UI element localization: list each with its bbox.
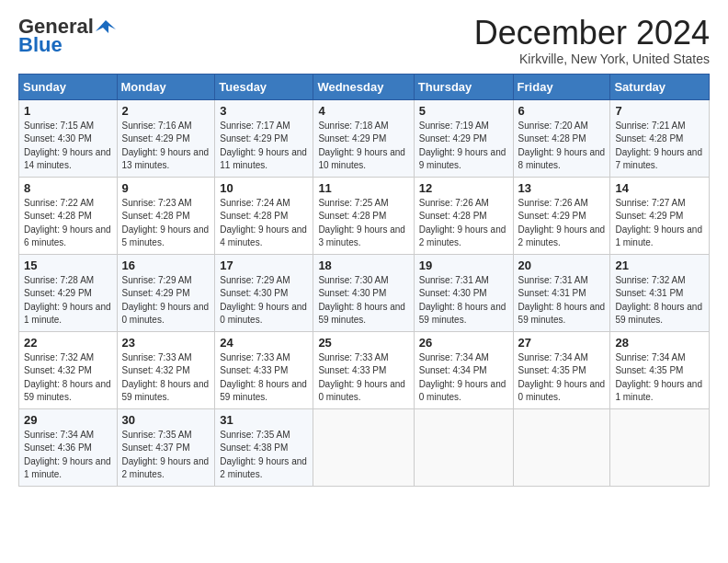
- calendar-week-row: 15 Sunrise: 7:28 AM Sunset: 4:29 PM Dayl…: [19, 254, 710, 331]
- cell-content: Sunrise: 7:25 AM Sunset: 4:28 PM Dayligh…: [318, 197, 408, 250]
- day-number: 6: [518, 104, 606, 118]
- calendar-cell: 13 Sunrise: 7:26 AM Sunset: 4:29 PM Dayl…: [513, 177, 610, 254]
- calendar-cell: 31 Sunrise: 7:35 AM Sunset: 4:38 PM Dayl…: [215, 408, 313, 486]
- calendar-cell: 12 Sunrise: 7:26 AM Sunset: 4:28 PM Dayl…: [414, 177, 513, 254]
- calendar-cell: 7 Sunrise: 7:21 AM Sunset: 4:28 PM Dayli…: [610, 99, 710, 177]
- day-number: 23: [122, 336, 210, 350]
- day-header-wednesday: Wednesday: [313, 74, 414, 99]
- cell-content: Sunrise: 7:35 AM Sunset: 4:38 PM Dayligh…: [220, 429, 308, 482]
- cell-content: Sunrise: 7:29 AM Sunset: 4:29 PM Dayligh…: [122, 274, 210, 327]
- cell-content: Sunrise: 7:21 AM Sunset: 4:28 PM Dayligh…: [615, 120, 704, 173]
- logo-blue-text: Blue: [18, 33, 63, 57]
- logo: General Blue: [18, 15, 116, 57]
- day-header-friday: Friday: [513, 74, 610, 99]
- calendar-cell: 19 Sunrise: 7:31 AM Sunset: 4:30 PM Dayl…: [414, 254, 513, 331]
- cell-content: Sunrise: 7:24 AM Sunset: 4:28 PM Dayligh…: [220, 197, 308, 250]
- calendar-cell: 25 Sunrise: 7:33 AM Sunset: 4:33 PM Dayl…: [313, 331, 414, 408]
- day-number: 10: [220, 181, 308, 195]
- cell-content: Sunrise: 7:35 AM Sunset: 4:37 PM Dayligh…: [122, 429, 210, 482]
- cell-content: Sunrise: 7:34 AM Sunset: 4:34 PM Dayligh…: [419, 351, 508, 405]
- cell-content: Sunrise: 7:32 AM Sunset: 4:32 PM Dayligh…: [24, 351, 112, 405]
- calendar-cell: 11 Sunrise: 7:25 AM Sunset: 4:28 PM Dayl…: [313, 177, 414, 254]
- cell-content: Sunrise: 7:31 AM Sunset: 4:31 PM Dayligh…: [518, 274, 606, 327]
- cell-content: Sunrise: 7:28 AM Sunset: 4:29 PM Dayligh…: [24, 274, 112, 327]
- calendar-cell: 4 Sunrise: 7:18 AM Sunset: 4:29 PM Dayli…: [313, 99, 414, 177]
- calendar-week-row: 29 Sunrise: 7:34 AM Sunset: 4:36 PM Dayl…: [19, 408, 710, 486]
- cell-content: Sunrise: 7:18 AM Sunset: 4:29 PM Dayligh…: [318, 120, 408, 173]
- calendar-cell: 21 Sunrise: 7:32 AM Sunset: 4:31 PM Dayl…: [610, 254, 710, 331]
- day-number: 27: [518, 336, 606, 350]
- calendar-cell: 17 Sunrise: 7:29 AM Sunset: 4:30 PM Dayl…: [215, 254, 313, 331]
- calendar-cell: 22 Sunrise: 7:32 AM Sunset: 4:32 PM Dayl…: [19, 331, 118, 408]
- cell-content: Sunrise: 7:31 AM Sunset: 4:30 PM Dayligh…: [419, 274, 508, 327]
- day-number: 16: [122, 259, 210, 272]
- cell-content: Sunrise: 7:34 AM Sunset: 4:35 PM Dayligh…: [518, 351, 606, 405]
- location-text: Kirkville, New York, United States: [474, 52, 710, 66]
- calendar-cell: 27 Sunrise: 7:34 AM Sunset: 4:35 PM Dayl…: [513, 331, 610, 408]
- cell-content: Sunrise: 7:20 AM Sunset: 4:28 PM Dayligh…: [518, 120, 606, 173]
- cell-content: Sunrise: 7:30 AM Sunset: 4:30 PM Dayligh…: [318, 274, 408, 327]
- calendar-cell: 28 Sunrise: 7:34 AM Sunset: 4:35 PM Dayl…: [610, 331, 710, 408]
- day-number: 31: [220, 413, 308, 427]
- day-number: 18: [318, 259, 408, 272]
- day-number: 29: [24, 413, 112, 427]
- day-number: 24: [220, 336, 308, 350]
- cell-content: Sunrise: 7:29 AM Sunset: 4:30 PM Dayligh…: [220, 274, 308, 327]
- day-number: 19: [419, 259, 508, 272]
- day-number: 25: [318, 336, 408, 350]
- day-number: 30: [122, 413, 210, 427]
- day-header-sunday: Sunday: [19, 74, 118, 99]
- day-number: 22: [24, 336, 112, 350]
- calendar-cell: 9 Sunrise: 7:23 AM Sunset: 4:28 PM Dayli…: [117, 177, 215, 254]
- calendar-cell: 24 Sunrise: 7:33 AM Sunset: 4:33 PM Dayl…: [215, 331, 313, 408]
- cell-content: Sunrise: 7:32 AM Sunset: 4:31 PM Dayligh…: [615, 274, 704, 327]
- day-number: 14: [615, 181, 704, 195]
- calendar-cell: 16 Sunrise: 7:29 AM Sunset: 4:29 PM Dayl…: [117, 254, 215, 331]
- cell-content: Sunrise: 7:19 AM Sunset: 4:29 PM Dayligh…: [419, 120, 508, 173]
- cell-content: Sunrise: 7:33 AM Sunset: 4:33 PM Dayligh…: [220, 351, 308, 405]
- calendar-week-row: 1 Sunrise: 7:15 AM Sunset: 4:30 PM Dayli…: [19, 99, 710, 177]
- calendar-week-row: 8 Sunrise: 7:22 AM Sunset: 4:28 PM Dayli…: [19, 177, 710, 254]
- day-header-thursday: Thursday: [414, 74, 513, 99]
- day-number: 5: [419, 104, 508, 118]
- calendar-cell: 23 Sunrise: 7:33 AM Sunset: 4:32 PM Dayl…: [117, 331, 215, 408]
- calendar-cell: [313, 408, 414, 486]
- title-block: December 2024 Kirkville, New York, Unite…: [474, 15, 710, 66]
- day-header-tuesday: Tuesday: [215, 74, 313, 99]
- calendar-cell: 30 Sunrise: 7:35 AM Sunset: 4:37 PM Dayl…: [117, 408, 215, 486]
- cell-content: Sunrise: 7:27 AM Sunset: 4:29 PM Dayligh…: [615, 197, 704, 250]
- calendar-cell: 3 Sunrise: 7:17 AM Sunset: 4:29 PM Dayli…: [215, 99, 313, 177]
- page-header: General Blue December 2024 Kirkville, Ne…: [18, 15, 710, 66]
- cell-content: Sunrise: 7:33 AM Sunset: 4:32 PM Dayligh…: [122, 351, 210, 405]
- calendar-cell: [610, 408, 710, 486]
- calendar-cell: 20 Sunrise: 7:31 AM Sunset: 4:31 PM Dayl…: [513, 254, 610, 331]
- day-number: 28: [615, 336, 704, 350]
- day-number: 13: [518, 181, 606, 195]
- cell-content: Sunrise: 7:17 AM Sunset: 4:29 PM Dayligh…: [220, 120, 308, 173]
- day-number: 15: [24, 259, 112, 272]
- svg-marker-0: [96, 20, 116, 33]
- calendar-cell: 18 Sunrise: 7:30 AM Sunset: 4:30 PM Dayl…: [313, 254, 414, 331]
- cell-content: Sunrise: 7:23 AM Sunset: 4:28 PM Dayligh…: [122, 197, 210, 250]
- day-number: 7: [615, 104, 704, 118]
- day-number: 9: [122, 181, 210, 195]
- day-number: 20: [518, 259, 606, 272]
- day-number: 26: [419, 336, 508, 350]
- cell-content: Sunrise: 7:22 AM Sunset: 4:28 PM Dayligh…: [24, 197, 112, 250]
- day-header-monday: Monday: [117, 74, 215, 99]
- calendar-header-row: SundayMondayTuesdayWednesdayThursdayFrid…: [19, 74, 710, 99]
- cell-content: Sunrise: 7:15 AM Sunset: 4:30 PM Dayligh…: [24, 120, 112, 173]
- day-header-saturday: Saturday: [610, 74, 710, 99]
- cell-content: Sunrise: 7:26 AM Sunset: 4:28 PM Dayligh…: [419, 197, 508, 250]
- calendar-cell: 26 Sunrise: 7:34 AM Sunset: 4:34 PM Dayl…: [414, 331, 513, 408]
- cell-content: Sunrise: 7:34 AM Sunset: 4:36 PM Dayligh…: [24, 429, 112, 482]
- cell-content: Sunrise: 7:33 AM Sunset: 4:33 PM Dayligh…: [318, 351, 408, 405]
- logo-bird-icon: [96, 17, 116, 37]
- day-number: 11: [318, 181, 408, 195]
- calendar-cell: 29 Sunrise: 7:34 AM Sunset: 4:36 PM Dayl…: [19, 408, 118, 486]
- calendar-cell: 1 Sunrise: 7:15 AM Sunset: 4:30 PM Dayli…: [19, 99, 118, 177]
- cell-content: Sunrise: 7:26 AM Sunset: 4:29 PM Dayligh…: [518, 197, 606, 250]
- day-number: 21: [615, 259, 704, 272]
- calendar-cell: [414, 408, 513, 486]
- calendar-cell: 2 Sunrise: 7:16 AM Sunset: 4:29 PM Dayli…: [117, 99, 215, 177]
